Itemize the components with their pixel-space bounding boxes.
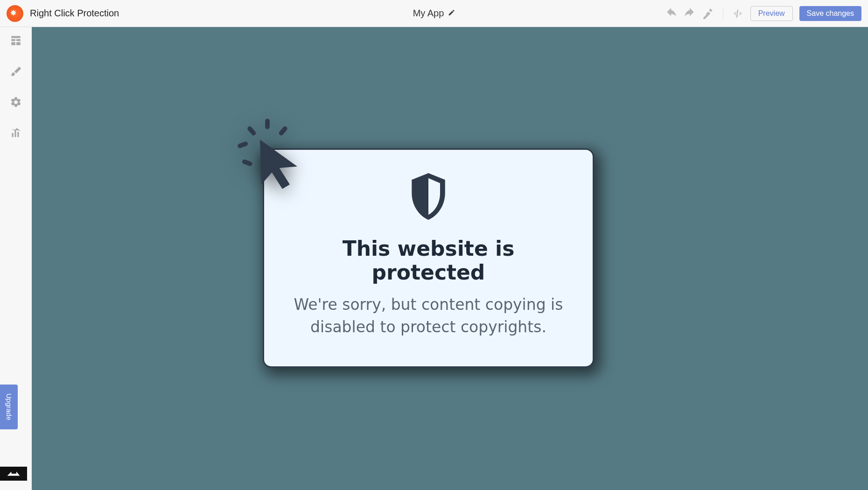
protection-card: This website is protected We're sorry, b… <box>263 148 594 368</box>
svg-rect-1 <box>278 126 288 136</box>
sidebar-gear-icon[interactable] <box>10 96 22 110</box>
svg-rect-3 <box>237 141 248 149</box>
svg-rect-4 <box>242 159 253 167</box>
save-button[interactable]: Save changes <box>799 6 861 21</box>
app-logo[interactable] <box>7 5 23 22</box>
shield-icon <box>287 173 569 220</box>
cursor-click-icon <box>230 116 305 192</box>
code-icon[interactable] <box>732 7 744 20</box>
card-heading: This website is protected <box>287 237 569 284</box>
sidebar-brush-icon[interactable] <box>10 65 22 79</box>
gavel-icon[interactable] <box>702 7 714 20</box>
protection-card-wrap: This website is protected We're sorry, b… <box>263 148 594 368</box>
sidebar-layout-icon[interactable] <box>10 35 22 49</box>
svg-rect-0 <box>265 119 270 129</box>
sidebar-stats-icon[interactable] <box>10 127 22 141</box>
preview-button[interactable]: Preview <box>750 6 793 21</box>
topbar: Right Click Protection My App Preview Sa… <box>0 0 868 27</box>
page-title: Right Click Protection <box>30 8 119 19</box>
undo-icon[interactable] <box>665 7 677 20</box>
upgrade-tab[interactable]: Upgrade <box>0 385 18 429</box>
corner-tag[interactable] <box>0 467 27 481</box>
redo-icon[interactable] <box>684 7 696 20</box>
card-body: We're sorry, but content copying is disa… <box>287 294 569 338</box>
app-name: My App <box>413 8 444 19</box>
pencil-icon[interactable] <box>448 9 455 18</box>
svg-rect-2 <box>246 126 257 136</box>
toolbar-divider <box>723 7 723 20</box>
canvas[interactable]: This website is protected We're sorry, b… <box>32 27 868 490</box>
